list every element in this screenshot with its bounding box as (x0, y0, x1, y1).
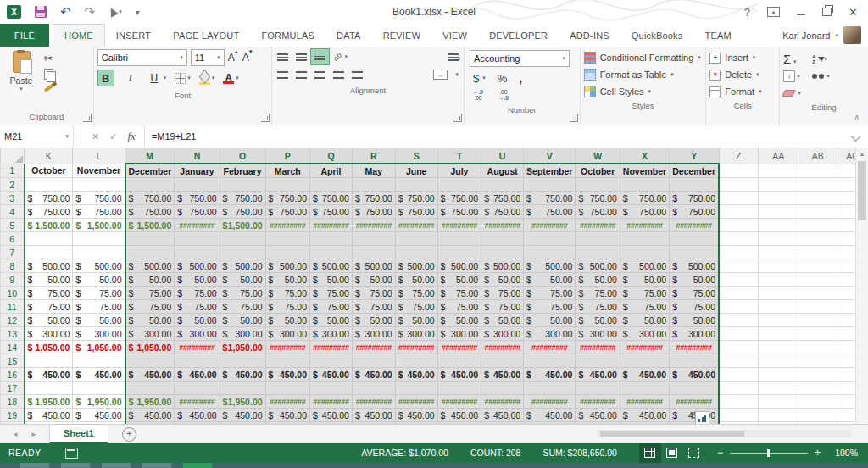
ribbon-tab-team[interactable]: TEAM (694, 24, 743, 47)
ribbon-tab-insert[interactable]: INSERT (105, 24, 162, 47)
cell-AB8[interactable] (798, 259, 837, 273)
cell-S4[interactable]: $750.00 (395, 205, 437, 219)
cell-R13[interactable]: $300.00 (352, 327, 395, 341)
cell-AA12[interactable] (758, 314, 798, 327)
cell-V8[interactable]: $500.00 (524, 259, 576, 273)
increase-decimal-icon[interactable]: ←.0.00 (473, 89, 483, 102)
customize-qat-icon[interactable]: ▾ (136, 8, 141, 17)
align-right-icon[interactable] (314, 71, 326, 79)
row-header-19[interactable]: 19 (1, 409, 25, 422)
cell-O19[interactable]: $450.00 (220, 409, 265, 422)
cell-L8[interactable]: $500.00 (73, 259, 125, 273)
close-icon[interactable]: ✕ (849, 6, 858, 19)
cell-P8[interactable]: $500.00 (265, 259, 309, 273)
cell-U18[interactable]: ######### (481, 395, 524, 409)
cell-M11[interactable]: $75.00 (125, 300, 175, 314)
cell-T2[interactable] (437, 178, 481, 192)
cell-W3[interactable]: $750.00 (576, 192, 620, 205)
cell-M13[interactable]: $300.00 (125, 327, 175, 341)
cell-S10[interactable]: $75.00 (395, 287, 437, 300)
cell-L13[interactable]: $300.00 (73, 327, 125, 341)
cell-AA6[interactable] (758, 232, 798, 246)
cell-U1[interactable]: August (481, 164, 524, 178)
cell-K14[interactable]: $1,050.00 (25, 341, 73, 354)
cell-S16[interactable]: $450.00 (395, 368, 437, 382)
cell-S11[interactable]: $75.00 (395, 300, 437, 314)
cell-K15[interactable] (25, 354, 73, 368)
cell-N16[interactable]: $450.00 (175, 368, 220, 382)
page-layout-view-button[interactable] (661, 443, 683, 463)
cell-M5[interactable]: $1,500.00 (125, 219, 175, 232)
cell-AB14[interactable] (798, 341, 837, 354)
cell-R6[interactable] (352, 232, 395, 246)
horizontal-scroll-thumb[interactable] (600, 431, 744, 437)
cell-K17[interactable] (25, 382, 73, 395)
cell-P4[interactable]: $750.00 (265, 205, 309, 219)
cell-Q9[interactable]: $50.00 (310, 273, 353, 287)
row-header-6[interactable]: 6 (1, 232, 25, 246)
clipboard-dialog-launcher[interactable] (83, 114, 92, 122)
cell-W9[interactable]: $50.00 (576, 273, 620, 287)
cell-M16[interactable]: $450.00 (125, 368, 175, 382)
cell-AA17[interactable] (758, 382, 798, 395)
cell-T16[interactable]: $450.00 (437, 368, 481, 382)
cell-L6[interactable] (73, 232, 125, 246)
row-header-2[interactable]: 2 (1, 178, 25, 192)
cell-U4[interactable]: $750.00 (481, 205, 524, 219)
row-header-8[interactable]: 8 (1, 259, 25, 273)
cell-AB3[interactable] (798, 192, 837, 205)
cell-U9[interactable]: $50.00 (481, 273, 524, 287)
cell-Z8[interactable] (719, 259, 758, 273)
cell-AA3[interactable] (758, 192, 798, 205)
cell-R15[interactable] (352, 354, 395, 368)
cell-L15[interactable] (73, 354, 125, 368)
minimize-icon[interactable] (797, 14, 805, 15)
cell-L10[interactable]: $75.00 (73, 287, 125, 300)
formula-bar-drag-handle[interactable] (75, 130, 81, 143)
cell-O17[interactable] (220, 382, 265, 395)
cell-S8[interactable]: $500.00 (395, 259, 437, 273)
cell-V4[interactable]: $750.00 (524, 205, 576, 219)
cell-T8[interactable]: $500.00 (437, 259, 481, 273)
cell-Q12[interactable]: $50.00 (310, 314, 353, 327)
cell-Y17[interactable] (670, 382, 719, 395)
ribbon-tab-developer[interactable]: DEVELOPER (478, 24, 559, 47)
row-header-15[interactable]: 15 (1, 354, 25, 368)
cell-AB13[interactable] (798, 327, 837, 341)
cell-O16[interactable]: $450.00 (220, 368, 265, 382)
cell-L1[interactable]: November (73, 164, 125, 178)
cell-M19[interactable]: $450.00 (125, 409, 175, 422)
cell-K1[interactable]: October (25, 164, 73, 178)
clear-button[interactable]: ▾ (783, 90, 812, 97)
cell-M18[interactable]: $1,950.00 (125, 395, 175, 409)
cell-N3[interactable]: $750.00 (175, 192, 220, 205)
expand-formula-bar-icon[interactable] (850, 131, 861, 142)
cell-L2[interactable] (73, 178, 125, 192)
cell-U6[interactable] (481, 232, 524, 246)
cell-Z3[interactable] (719, 192, 758, 205)
cell-V9[interactable]: $50.00 (524, 273, 576, 287)
cell-K2[interactable] (25, 178, 73, 192)
cell-K12[interactable]: $50.00 (25, 314, 73, 327)
cell-R4[interactable]: $750.00 (352, 205, 395, 219)
cell-N9[interactable]: $50.00 (175, 273, 220, 287)
row-header-13[interactable]: 13 (1, 327, 25, 341)
cell-W15[interactable] (576, 354, 620, 368)
row-header-1[interactable]: 1 (1, 164, 25, 178)
cell-X11[interactable]: $75.00 (620, 300, 669, 314)
cell-Y19[interactable]: $450.00 (670, 409, 719, 422)
cell-styles-button[interactable]: Cell Styles▾ (584, 83, 703, 100)
cell-Z1[interactable] (719, 164, 758, 178)
cell-U11[interactable]: $75.00 (481, 300, 524, 314)
cell-R1[interactable]: May (352, 164, 395, 178)
cell-Z7[interactable] (719, 246, 758, 259)
cell-S1[interactable]: June (395, 164, 437, 178)
cell-Z18[interactable] (719, 395, 758, 409)
cell-M15[interactable] (125, 354, 175, 368)
cell-AB15[interactable] (798, 354, 837, 368)
cell-Q17[interactable] (310, 382, 353, 395)
touch-mode-icon[interactable]: ▾ (108, 8, 122, 16)
cell-Z19[interactable] (719, 409, 758, 422)
col-header-U[interactable]: U (481, 148, 524, 164)
cell-X2[interactable] (620, 178, 669, 192)
